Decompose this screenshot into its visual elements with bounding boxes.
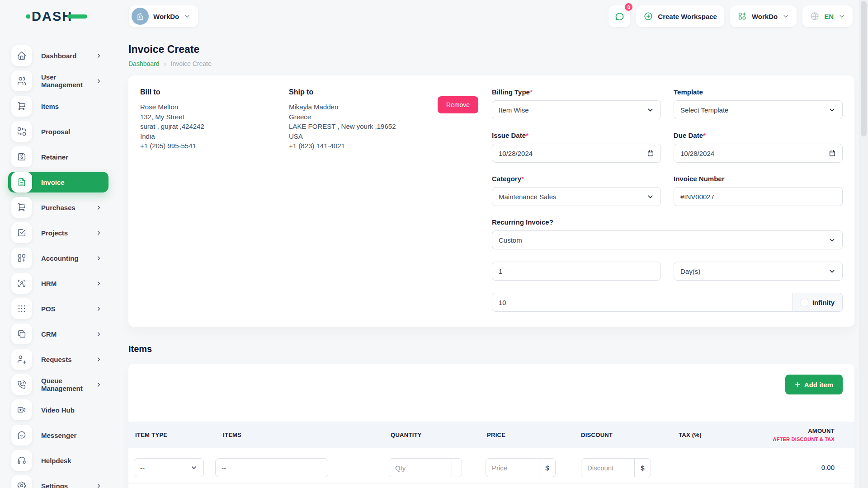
breadcrumb-separator: › xyxy=(164,60,166,67)
chevron-right-icon xyxy=(95,204,102,211)
issue-date-input[interactable]: 10/28/2024 xyxy=(492,144,661,163)
column-header: AMOUNTAFTER DISCOUNT & TAX xyxy=(752,427,854,442)
address-line: LAKE FOREST , New yourk ,19652 xyxy=(289,122,438,131)
message-icon xyxy=(11,425,32,446)
infinity-toggle[interactable]: Infinity xyxy=(793,293,843,312)
recurring-select[interactable]: Custom xyxy=(492,230,843,249)
header-actions: 0 Create Workspace WorkDo xyxy=(609,5,853,27)
sidebar-item-hrm[interactable]: HRM xyxy=(8,273,108,294)
address-line: Rose Melton xyxy=(140,102,289,112)
workspace-name: WorkDo xyxy=(153,13,179,20)
sidebar-item-requests[interactable]: Requests xyxy=(8,349,108,370)
create-workspace-button[interactable]: Create Workspace xyxy=(636,5,724,27)
category-label: Category xyxy=(492,175,521,183)
interval-unit-select[interactable]: Day(s) xyxy=(674,262,843,281)
column-header: DISCOUNT xyxy=(577,432,675,438)
sidebar-item-invoice[interactable]: Invoice xyxy=(8,172,108,192)
recurring-label: Recurring Invoice? xyxy=(492,218,553,226)
infinity-checkbox[interactable] xyxy=(801,299,808,306)
column-header: TAX (%) xyxy=(675,432,752,438)
sidebar-item-queue-management[interactable]: Queue Management xyxy=(8,374,108,395)
chevron-right-icon xyxy=(95,381,102,388)
bill-to-address: Rose Melton132, My Streetsurat , gujrat … xyxy=(140,102,289,151)
sidebar-item-label: Projects xyxy=(41,229,95,237)
invoice-number-input[interactable] xyxy=(680,193,836,201)
address-line: India xyxy=(140,131,289,141)
top-header: DASH WorkDo 0 xyxy=(0,0,859,33)
sidebar-item-dashboard[interactable]: Dashboard xyxy=(8,45,108,66)
sidebar-item-pos[interactable]: POS xyxy=(8,298,108,319)
items-section-heading: Items xyxy=(128,344,861,354)
address-line: USA xyxy=(289,131,438,141)
checkbox-icon xyxy=(11,222,32,243)
sidebar-item-projects[interactable]: Projects xyxy=(8,222,108,243)
ship-to-heading: Ship to xyxy=(289,88,438,96)
sidebar-nav: DashboardUser ManagementItemsProposalRet… xyxy=(0,33,122,488)
headset-icon xyxy=(11,450,32,471)
plus-circle-icon xyxy=(643,11,653,21)
parties-block: Bill to Rose Melton132, My Streetsurat ,… xyxy=(140,88,492,314)
sidebar-item-label: HRM xyxy=(41,280,95,287)
griddots-icon xyxy=(11,298,32,319)
sidebar-item-messenger[interactable]: Messenger xyxy=(8,425,108,446)
interval-count-input[interactable] xyxy=(499,267,654,275)
cycle-limit-input[interactable] xyxy=(499,299,786,306)
due-date-input[interactable]: 10/28/2024 xyxy=(674,144,843,163)
issue-date-field: Issue Date* 10/28/2024 xyxy=(492,131,661,163)
notification-badge: 0 xyxy=(624,2,633,12)
chevron-down-icon xyxy=(828,236,836,244)
sidebar-item-settings[interactable]: Settings xyxy=(8,475,108,488)
scrollbar-thumb[interactable] xyxy=(861,1,867,136)
chevron-right-icon xyxy=(95,78,102,84)
workspace-selector[interactable]: WorkDo xyxy=(129,5,198,27)
sidebar-item-items[interactable]: Items xyxy=(8,96,108,117)
amount-subheader: AFTER DISCOUNT & TAX xyxy=(752,436,835,442)
remove-button[interactable]: Remove xyxy=(438,96,478,113)
breadcrumb-link[interactable]: Dashboard xyxy=(128,60,160,67)
discount-input-group: $ xyxy=(581,458,651,477)
plus-icon: + xyxy=(795,380,800,389)
sidebar-item-retainer[interactable]: Retainer xyxy=(8,146,108,167)
template-select[interactable]: Select Template xyxy=(674,100,843,119)
interval-count-field xyxy=(492,262,661,281)
category-select[interactable]: Maintenance Sales xyxy=(492,187,661,206)
page-scrollbar xyxy=(859,0,868,488)
main-content: Invoice Create Dashboard›Invoice Create … xyxy=(122,33,861,488)
chevron-down-icon xyxy=(190,464,198,471)
add-item-button[interactable]: + Add item xyxy=(785,375,843,394)
discount-input[interactable] xyxy=(581,459,634,477)
sidebar-item-video-hub[interactable]: Video Hub xyxy=(8,399,108,420)
calendar-icon xyxy=(647,150,654,157)
items-card: + Add item ITEM TYPEITEMSQUANTITYPRICEDI… xyxy=(128,364,854,488)
sidebar-item-accounting[interactable]: Accounting xyxy=(8,248,108,268)
userscan-icon xyxy=(11,273,32,294)
building-icon xyxy=(136,12,145,21)
sidebar-item-proposal[interactable]: Proposal xyxy=(8,121,108,142)
chevron-right-icon xyxy=(95,356,102,363)
sidebar-item-crm[interactable]: CRM xyxy=(8,324,108,344)
required-asterisk: * xyxy=(521,175,524,183)
address-line: surat , gujrat ,424242 xyxy=(140,122,289,131)
language-selector[interactable]: EN xyxy=(802,5,853,27)
item-type-select[interactable]: -- xyxy=(134,458,204,477)
logo-dash xyxy=(67,14,87,19)
app-menu-button[interactable]: WorkDo xyxy=(730,5,797,27)
chevron-right-icon xyxy=(95,230,102,236)
price-input[interactable] xyxy=(486,459,539,477)
sidebar-item-label: Video Hub xyxy=(41,406,108,414)
sidebar-item-label: User Management xyxy=(41,73,95,89)
breadcrumb: Dashboard›Invoice Create xyxy=(128,60,861,67)
template-label: Template xyxy=(674,88,703,96)
issue-date-label: Issue Date xyxy=(492,131,526,139)
sidebar-item-label: Proposal xyxy=(41,128,108,136)
quantity-input[interactable] xyxy=(389,459,452,477)
items-select[interactable]: -- xyxy=(215,458,328,477)
sidebar-item-user-management[interactable]: User Management xyxy=(8,70,108,91)
sidebar-item-purchases[interactable]: Purchases xyxy=(8,197,108,218)
floppy-icon xyxy=(11,146,32,167)
messages-button[interactable]: 0 xyxy=(609,5,630,27)
sidebar-item-helpdesk[interactable]: Helpdesk xyxy=(8,450,108,471)
billing-type-select[interactable]: Item Wise xyxy=(492,100,661,119)
chevron-down-icon xyxy=(184,13,191,20)
required-asterisk: * xyxy=(526,131,528,139)
